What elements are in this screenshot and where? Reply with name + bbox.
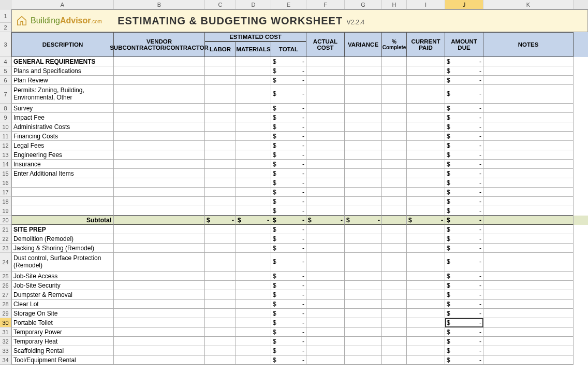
cell[interactable] [236, 178, 271, 188]
cell[interactable] [483, 132, 574, 141]
cell[interactable] [407, 337, 445, 346]
cell[interactable] [205, 178, 236, 188]
cell[interactable] [483, 122, 574, 132]
money-cell[interactable]: $- [445, 188, 483, 197]
cell[interactable] [114, 355, 205, 365]
money-cell[interactable]: $- [271, 337, 306, 346]
cell[interactable] [114, 57, 205, 66]
money-cell[interactable]: $- [345, 216, 382, 225]
subtotal-label[interactable]: Subtotal [11, 216, 114, 225]
description-cell[interactable]: Job-Site Access [11, 272, 114, 281]
description-cell[interactable] [11, 178, 114, 188]
money-cell[interactable]: $- [445, 281, 483, 290]
col-header-I[interactable]: I [407, 0, 445, 9]
cell[interactable] [407, 355, 445, 365]
cell[interactable] [345, 244, 382, 253]
row-header[interactable]: 2 [0, 23, 11, 32]
money-cell[interactable]: $- [271, 113, 306, 122]
cell[interactable] [345, 272, 382, 281]
cell[interactable] [382, 318, 407, 327]
cell[interactable] [407, 150, 445, 160]
description-cell[interactable]: Dust control, Surface Protection (Remode… [11, 253, 114, 272]
cell[interactable] [205, 113, 236, 122]
money-cell[interactable]: $- [271, 141, 306, 150]
row-header[interactable]: 14 [0, 160, 11, 169]
cell[interactable] [483, 169, 574, 178]
description-cell[interactable]: Permits: Zoning, Building, Environmental… [11, 85, 114, 104]
cell[interactable] [407, 160, 445, 169]
col-header-H[interactable]: H [382, 0, 407, 9]
cell[interactable] [114, 113, 205, 122]
cell[interactable] [306, 85, 345, 104]
cell[interactable] [483, 57, 574, 66]
cell[interactable] [205, 188, 236, 197]
cell[interactable] [345, 318, 382, 327]
cell[interactable] [345, 225, 382, 234]
row-header[interactable]: 9 [0, 113, 11, 122]
description-cell[interactable]: Plans and Specifications [11, 66, 114, 76]
money-cell[interactable]: $- [445, 337, 483, 346]
cell[interactable] [382, 355, 407, 365]
cell[interactable] [236, 206, 271, 216]
money-cell[interactable]: $- [306, 216, 345, 225]
cell[interactable] [483, 160, 574, 169]
money-cell[interactable]: $- [445, 225, 483, 234]
money-cell[interactable]: $- [271, 346, 306, 355]
cell[interactable] [236, 281, 271, 290]
money-cell[interactable]: $- [407, 216, 445, 225]
cell[interactable] [382, 309, 407, 318]
cell[interactable] [205, 141, 236, 150]
hdr-current-paid[interactable]: CURRENT PAID [407, 32, 445, 57]
cell[interactable] [382, 216, 407, 225]
money-cell[interactable]: $- [271, 281, 306, 290]
cell[interactable] [236, 225, 271, 234]
cell[interactable] [114, 141, 205, 150]
cell[interactable] [236, 272, 271, 281]
cell[interactable] [236, 141, 271, 150]
cell[interactable] [483, 346, 574, 355]
money-cell[interactable]: $- [271, 206, 306, 216]
cell[interactable] [306, 272, 345, 281]
row-header[interactable]: 24 [0, 253, 11, 272]
money-cell[interactable]: $- [271, 253, 306, 272]
description-cell[interactable]: Financing Costs [11, 132, 114, 141]
cell[interactable] [483, 66, 574, 76]
cell[interactable] [236, 244, 271, 253]
description-cell[interactable]: Clear Lot [11, 300, 114, 309]
cell[interactable] [407, 300, 445, 309]
cell[interactable] [345, 122, 382, 132]
cell[interactable] [236, 337, 271, 346]
description-cell[interactable]: Insurance [11, 160, 114, 169]
description-cell[interactable] [11, 197, 114, 206]
cell[interactable] [345, 57, 382, 66]
money-cell[interactable]: $- [271, 290, 306, 300]
cell[interactable] [205, 57, 236, 66]
cell[interactable] [382, 244, 407, 253]
description-cell[interactable] [11, 188, 114, 197]
cell[interactable] [205, 272, 236, 281]
cell[interactable] [205, 122, 236, 132]
hdr-description[interactable]: DESCRIPTION [11, 32, 114, 57]
cell[interactable] [483, 216, 574, 225]
cell[interactable] [407, 327, 445, 337]
hdr-total[interactable]: TOTAL [271, 41, 306, 57]
cell[interactable] [407, 197, 445, 206]
cell[interactable] [345, 281, 382, 290]
money-cell[interactable]: $- [445, 132, 483, 141]
cell[interactable] [407, 113, 445, 122]
description-cell[interactable]: Dumpster & Removal [11, 290, 114, 300]
cell[interactable] [382, 160, 407, 169]
cell[interactable] [407, 253, 445, 272]
cell[interactable] [407, 234, 445, 244]
cell[interactable] [205, 76, 236, 85]
money-cell[interactable]: $- [445, 122, 483, 132]
cell[interactable] [114, 346, 205, 355]
money-cell[interactable]: $- [445, 355, 483, 365]
money-cell[interactable]: $- [271, 132, 306, 141]
cell[interactable] [114, 206, 205, 216]
cell[interactable] [407, 122, 445, 132]
cell[interactable] [483, 355, 574, 365]
row-header[interactable]: 13 [0, 150, 11, 160]
row-header[interactable]: 17 [0, 188, 11, 197]
description-cell[interactable]: GENERAL REQUIREMENTS [11, 57, 114, 66]
